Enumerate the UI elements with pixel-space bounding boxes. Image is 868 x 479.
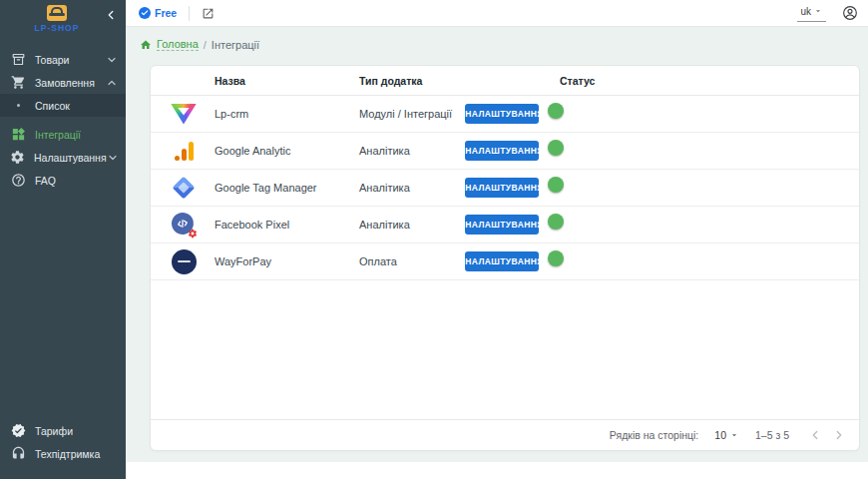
integration-name: WayForPay: [215, 255, 359, 267]
sidebar-bottom: Тарифи Техпідтримка: [0, 419, 126, 479]
sidebar-nav: Товари Замовлення Список: [0, 48, 126, 192]
integrations-card: Назва Тип додатка Статус Lp-crm Модулі /…: [150, 65, 860, 451]
check-badge-icon: [139, 7, 151, 19]
caret-down-icon: [729, 430, 739, 440]
facebook-pixel-logo-icon: [169, 213, 199, 237]
sidebar-item-orders[interactable]: Замовлення: [0, 71, 126, 94]
account-avatar-icon[interactable]: [842, 5, 858, 21]
settings-button[interactable]: НАЛАШТУВАННЯ: [465, 178, 539, 198]
table-header: Назва Тип додатка Статус: [151, 66, 859, 96]
pagination-controls: [807, 427, 847, 443]
table-row: Lp-crm Модулі / Інтеграції НАЛАШТУВАННЯ: [151, 96, 859, 133]
sidebar: LP-SHOP Товари Замовлення: [0, 0, 126, 479]
sidebar-item-integrations[interactable]: Інтеграції: [0, 123, 126, 146]
sidebar-item-label: Налаштування: [34, 152, 107, 164]
settings-button[interactable]: НАЛАШТУВАННЯ: [465, 104, 539, 124]
breadcrumb-current: Інтеграції: [212, 39, 259, 51]
lpcrm-logo-icon: [169, 104, 199, 125]
table-row: Google Tag Manager Аналітика НАЛАШТУВАНН…: [151, 170, 859, 207]
rows-per-page-select[interactable]: 10: [714, 429, 739, 441]
sidebar-item-label: Тарифи: [35, 425, 118, 437]
next-page-icon[interactable]: [831, 427, 847, 443]
language-select[interactable]: uk: [797, 5, 826, 22]
plan-label: Free: [155, 7, 177, 19]
chevron-down-icon: [106, 54, 118, 66]
content-area: Головна / Інтеграції Назва Тип додатка С…: [126, 27, 868, 462]
header-type: Тип додатка: [359, 75, 465, 87]
topbar-divider: [189, 6, 190, 21]
settings-button[interactable]: НАЛАШТУВАННЯ: [465, 215, 539, 235]
sidebar-item-support[interactable]: Техпідтримка: [0, 442, 126, 465]
main-area: Free uk Головна / Інтеграції: [126, 0, 868, 479]
archive-icon: [10, 52, 26, 68]
header-status: Статус: [560, 75, 845, 87]
header-name: Назва: [215, 75, 359, 87]
integration-name: Lp-crm: [215, 108, 359, 120]
sidebar-item-faq[interactable]: FAQ: [0, 169, 126, 192]
integration-name: Google Tag Manager: [215, 182, 359, 194]
sidebar-item-products[interactable]: Товари: [0, 48, 126, 71]
integration-type: Модулі / Інтеграції: [359, 108, 465, 120]
integration-type: Аналітика: [359, 219, 465, 231]
home-icon[interactable]: [140, 39, 152, 51]
external-link-icon[interactable]: [202, 7, 215, 20]
widgets-icon: [10, 127, 26, 143]
integration-type: Аналітика: [359, 145, 465, 157]
chevron-down-icon: [107, 152, 119, 164]
sidebar-item-label: Товари: [35, 54, 106, 66]
language-value: uk: [800, 6, 811, 17]
bullet-dot-icon: [17, 104, 20, 107]
plan-badge[interactable]: Free: [139, 7, 177, 19]
chevron-up-icon: [106, 77, 118, 89]
app-window: LP-SHOP Товари Замовлення: [0, 0, 868, 479]
settings-button[interactable]: НАЛАШТУВАННЯ: [465, 251, 539, 271]
collapse-sidebar-icon[interactable]: [104, 8, 118, 22]
breadcrumb-separator: /: [204, 39, 207, 51]
table-row: WayForPay Оплата НАЛАШТУВАННЯ: [151, 243, 859, 280]
sidebar-item-label: Список: [35, 100, 118, 112]
table-row: Facebook Pixel Аналітика НАЛАШТУВАННЯ: [151, 207, 859, 243]
sidebar-item-tariffs[interactable]: Тарифи: [0, 419, 126, 442]
breadcrumb-home-link[interactable]: Головна: [157, 38, 199, 51]
sidebar-item-settings[interactable]: Налаштування: [0, 146, 126, 169]
integration-type: Оплата: [359, 255, 465, 267]
breadcrumb: Головна / Інтеграції: [126, 27, 868, 51]
google-tag-manager-logo-icon: [169, 180, 199, 196]
integration-name: Google Analytic: [215, 145, 359, 157]
table-empty-space: [151, 280, 859, 419]
shop-bag-logo-icon: [47, 5, 67, 21]
pagination-range: 1–5 з 5: [755, 429, 789, 441]
rows-per-page-label: Рядків на сторінці:: [610, 429, 698, 441]
help-icon: [10, 173, 26, 189]
cart-icon: [10, 75, 26, 91]
table-row: Google Analytic Аналітика НАЛАШТУВАННЯ: [151, 133, 859, 170]
integration-name: Facebook Pixel: [215, 219, 359, 231]
topbar: Free uk: [126, 0, 868, 27]
verified-badge-icon: [10, 423, 26, 439]
sidebar-item-label: Техпідтримка: [35, 448, 118, 460]
integration-type: Аналітика: [359, 182, 465, 194]
google-analytics-logo-icon: [169, 141, 199, 161]
previous-page-icon[interactable]: [807, 427, 823, 443]
logo-text: LP-SHOP: [0, 23, 120, 33]
rows-per-page-value: 10: [714, 429, 726, 441]
wayforpay-logo-icon: [169, 249, 199, 274]
gear-icon: [10, 150, 25, 166]
sidebar-item-label: Інтеграції: [35, 129, 118, 141]
settings-button[interactable]: НАЛАШТУВАННЯ: [465, 141, 539, 161]
sidebar-item-label: FAQ: [35, 175, 118, 187]
logo-area: LP-SHOP: [0, 0, 126, 46]
sidebar-subitem-list[interactable]: Список: [0, 94, 126, 117]
caret-down-icon: [813, 6, 823, 16]
pagination-bar: Рядків на сторінці: 10 1–5 з 5: [151, 419, 859, 450]
headset-icon: [10, 446, 26, 462]
sidebar-item-label: Замовлення: [35, 77, 106, 89]
